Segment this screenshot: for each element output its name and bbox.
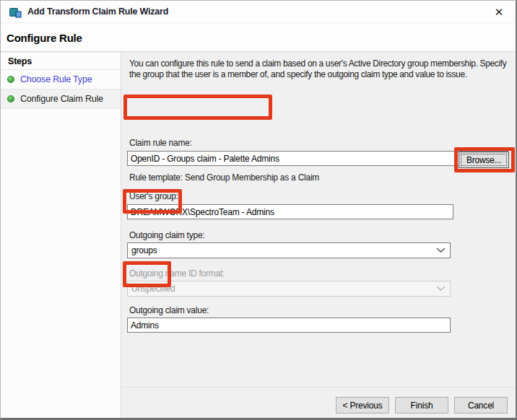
outgoing-claim-value-label: Outgoing claim value: <box>129 305 209 315</box>
wizard-window: Add Transform Claim Rule Wizard ✕ Config… <box>0 0 517 420</box>
footer-divider <box>122 387 517 388</box>
users-group-input[interactable] <box>127 204 453 219</box>
outgoing-name-id-format-label: Outgoing name ID format: <box>129 268 225 279</box>
page-title: Configure Rule <box>6 32 82 44</box>
steps-sidebar: Steps Choose Rule Type Configure Claim R… <box>1 53 121 419</box>
browse-button[interactable]: Browse... <box>459 152 509 168</box>
outgoing-claim-type-dropdown[interactable]: groups <box>127 242 451 258</box>
step-configure-claim-rule[interactable]: Configure Claim Rule <box>1 89 121 109</box>
window-title: Add Transform Claim Rule Wizard <box>27 6 168 17</box>
step-label: Configure Claim Rule <box>20 94 103 104</box>
cancel-button[interactable]: Cancel <box>454 397 508 414</box>
step-label: Choose Rule Type <box>20 74 92 84</box>
claim-rule-name-input[interactable] <box>127 151 508 166</box>
finish-button[interactable]: Finish <box>395 397 448 414</box>
form-pane: You can configure this rule to send a cl… <box>122 53 517 419</box>
users-group-label: User's group: <box>129 191 178 201</box>
chevron-down-icon <box>436 247 446 253</box>
step-current-bullet-icon <box>7 95 14 102</box>
adfs-app-icon <box>8 5 22 19</box>
outgoing-claim-type-label: Outgoing claim type: <box>129 230 204 240</box>
highlight-claim-rule-name <box>123 95 272 120</box>
close-icon[interactable]: ✕ <box>491 4 507 20</box>
title-bar: Add Transform Claim Rule Wizard ✕ <box>1 1 516 23</box>
rule-description: You can configure this rule to send a cl… <box>129 58 513 80</box>
outgoing-claim-type-value: groups <box>131 245 157 255</box>
outgoing-name-id-format-dropdown: Unspecified <box>127 281 451 297</box>
outgoing-name-id-format-value: Unspecified <box>131 284 175 294</box>
rule-template-text: Rule template: Send Group Membership as … <box>129 172 319 183</box>
step-choose-rule-type[interactable]: Choose Rule Type <box>1 70 121 89</box>
chevron-down-icon <box>436 285 446 292</box>
dialog-body: Steps Choose Rule Type Configure Claim R… <box>1 53 517 419</box>
previous-button[interactable]: < Previous <box>336 397 389 414</box>
claim-rule-name-label: Claim rule name: <box>129 138 192 148</box>
step-complete-bullet-icon <box>7 76 14 83</box>
outgoing-claim-value-input[interactable] <box>127 318 451 333</box>
steps-heading: Steps <box>1 53 121 70</box>
header-band: Add Transform Claim Rule Wizard ✕ Config… <box>1 1 516 52</box>
